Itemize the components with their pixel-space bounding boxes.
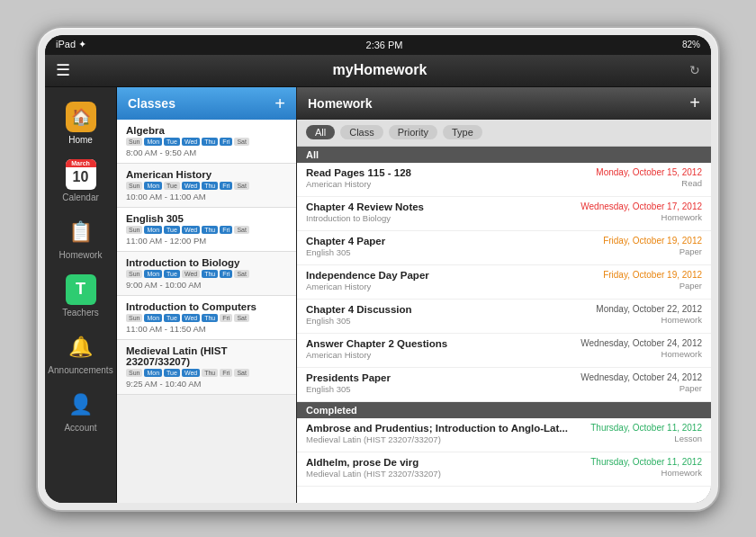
hw-item-date: Wednesday, October 24, 2012 xyxy=(576,338,702,348)
hw-item-left: Presidents Paper English 305 xyxy=(306,372,576,394)
class-name: Introduction to Computers xyxy=(126,301,287,312)
hw-item-independence-paper[interactable]: Independence Day Paper American History … xyxy=(297,265,711,300)
class-time: 10:00 AM - 11:00 AM xyxy=(126,192,287,201)
hw-item-type: Homework xyxy=(576,315,702,325)
section-header-completed: Completed xyxy=(297,402,711,418)
hw-item-title: Chapter 4 Discussion xyxy=(306,304,576,315)
hw-item-title: Chapter 4 Review Notes xyxy=(306,201,576,212)
hw-item-class: American History xyxy=(306,282,576,291)
day-fri: Fri xyxy=(220,314,232,322)
filter-all-button[interactable]: All xyxy=(306,125,335,139)
sidebar-item-teachers[interactable]: T Teachers xyxy=(45,267,116,325)
menu-icon[interactable]: ☰ xyxy=(56,60,70,80)
day-sun: Sun xyxy=(126,369,142,377)
classes-panel-header: Classes + xyxy=(117,87,296,120)
status-left: iPad ✦ xyxy=(56,39,86,50)
day-tue: Tue xyxy=(164,314,180,322)
announcements-icon: 🔔 xyxy=(66,332,96,362)
day-tue: Tue xyxy=(164,182,180,190)
day-thu: Thu xyxy=(202,369,218,377)
hw-item-presidents-paper[interactable]: Presidents Paper English 305 Wednesday, … xyxy=(297,368,711,402)
day-tue: Tue xyxy=(164,369,180,377)
hw-item-class: American History xyxy=(306,179,576,189)
hw-item-chapter4-discussion[interactable]: Chapter 4 Discussion English 305 Monday,… xyxy=(297,300,711,334)
hw-item-right: Friday, October 19, 2012 Paper xyxy=(576,270,702,291)
day-mon: Mon xyxy=(144,182,162,190)
class-item-intro-computers[interactable]: Introduction to Computers Sun Mon Tue We… xyxy=(117,296,296,340)
day-sun: Sun xyxy=(126,138,142,146)
hw-item-class: Medieval Latin (HIST 23207/33207) xyxy=(306,469,576,479)
class-name: Algebra xyxy=(126,125,287,136)
hw-item-title: Presidents Paper xyxy=(306,372,576,383)
hw-item-title: Independence Day Paper xyxy=(306,270,576,281)
day-wed: Wed xyxy=(182,369,200,377)
hw-item-right: Monday, October 22, 2012 Homework xyxy=(576,304,702,325)
hw-item-date: Wednesday, October 17, 2012 xyxy=(576,201,702,211)
day-tue: Tue xyxy=(164,270,180,278)
class-days: Sun Mon Tue Wed Thu Fri Sat xyxy=(126,369,287,377)
day-fri: Fri xyxy=(220,138,232,146)
hw-item-class: Introduction to Biology xyxy=(306,213,576,223)
hw-item-left: Chapter 4 Review Notes Introduction to B… xyxy=(306,201,576,223)
teachers-icon: T xyxy=(66,274,96,305)
battery-label: 82% xyxy=(682,40,700,49)
hw-item-ambrose[interactable]: Ambrose and Prudentius; Introduction to … xyxy=(297,418,711,452)
class-name: English 305 xyxy=(126,213,287,224)
refresh-icon[interactable]: ↻ xyxy=(689,63,700,77)
day-sat: Sat xyxy=(234,226,249,234)
hw-item-type: Paper xyxy=(576,383,702,393)
day-wed: Wed xyxy=(182,138,200,146)
classes-add-button[interactable]: + xyxy=(274,94,285,112)
filter-priority-button[interactable]: Priority xyxy=(389,125,437,139)
filter-class-button[interactable]: Class xyxy=(340,125,383,139)
homework-list: All Read Pages 115 - 128 American Histor… xyxy=(297,147,711,503)
day-sat: Sat xyxy=(234,270,249,278)
account-icon: 👤 xyxy=(66,389,96,420)
class-item-medieval-latin[interactable]: Medieval Latin (HIST 23207/33207) Sun Mo… xyxy=(117,340,296,395)
class-item-algebra[interactable]: Algebra Sun Mon Tue Wed Thu Fri Sat 8:00… xyxy=(117,120,296,164)
classes-title: Classes xyxy=(128,96,176,111)
day-fri: Fri xyxy=(220,270,232,278)
day-mon: Mon xyxy=(144,270,162,278)
hw-item-left: Independence Day Paper American History xyxy=(306,270,576,291)
announcements-label: Announcements xyxy=(48,365,112,375)
hw-item-date: Friday, October 19, 2012 xyxy=(576,270,702,280)
main-content: 🏠 Home March 10 Calendar 📋 Homework T xyxy=(45,87,711,503)
sidebar-item-account[interactable]: 👤 Account xyxy=(45,382,116,440)
device-screen: iPad ✦ 2:36 PM 82% ☰ myHomework ↻ 🏠 Home xyxy=(45,35,711,503)
sidebar-item-homework[interactable]: 📋 Homework xyxy=(45,210,116,267)
homework-panel: Homework + All Class Priority Type All xyxy=(297,87,711,503)
day-thu: Thu xyxy=(202,226,218,234)
hw-item-chapter4-review[interactable]: Chapter 4 Review Notes Introduction to B… xyxy=(297,197,711,231)
filter-type-button[interactable]: Type xyxy=(443,125,482,139)
sidebar: 🏠 Home March 10 Calendar 📋 Homework T xyxy=(45,87,117,503)
sidebar-item-calendar[interactable]: March 10 Calendar xyxy=(45,152,116,210)
hw-item-right: Friday, October 19, 2012 Paper xyxy=(576,236,702,256)
hw-item-answer-chapter2[interactable]: Answer Chapter 2 Questions American Hist… xyxy=(297,334,711,368)
hw-item-type: Paper xyxy=(576,281,702,291)
class-item-american-history[interactable]: American History Sun Mon Tue Wed Thu Fri… xyxy=(117,164,296,208)
sidebar-item-announcements[interactable]: 🔔 Announcements xyxy=(45,325,116,382)
class-time: 11:00 AM - 12:00 PM xyxy=(126,236,287,246)
day-thu: Thu xyxy=(202,314,218,322)
day-sat: Sat xyxy=(234,314,249,322)
day-sat: Sat xyxy=(234,182,249,190)
hw-item-aldhelm[interactable]: Aldhelm, prose De virg Medieval Latin (H… xyxy=(297,452,711,487)
day-thu: Thu xyxy=(202,182,218,190)
hw-item-title: Read Pages 115 - 128 xyxy=(306,167,576,178)
class-days: Sun Mon Tue Wed Thu Fri Sat xyxy=(126,270,287,278)
hw-item-class: Medieval Latin (HIST 23207/33207) xyxy=(306,434,576,444)
hw-item-type: Homework xyxy=(576,468,702,478)
homework-add-button[interactable]: + xyxy=(689,93,700,113)
teachers-label: Teachers xyxy=(62,308,99,318)
day-sun: Sun xyxy=(126,226,142,234)
classes-list: Algebra Sun Mon Tue Wed Thu Fri Sat 8:00… xyxy=(117,120,296,503)
hw-item-read-pages[interactable]: Read Pages 115 - 128 American History Mo… xyxy=(297,163,711,197)
sidebar-item-home[interactable]: 🏠 Home xyxy=(45,94,116,152)
class-item-intro-biology[interactable]: Introduction to Biology Sun Mon Tue Wed … xyxy=(117,252,296,296)
hw-item-date: Thursday, October 11, 2012 xyxy=(576,457,702,467)
class-item-english305[interactable]: English 305 Sun Mon Tue Wed Thu Fri Sat … xyxy=(117,208,296,252)
hw-item-chapter4-paper[interactable]: Chapter 4 Paper English 305 Friday, Octo… xyxy=(297,231,711,265)
class-days: Sun Mon Tue Wed Thu Fri Sat xyxy=(126,182,287,190)
hw-item-right: Wednesday, October 24, 2012 Paper xyxy=(576,372,702,393)
